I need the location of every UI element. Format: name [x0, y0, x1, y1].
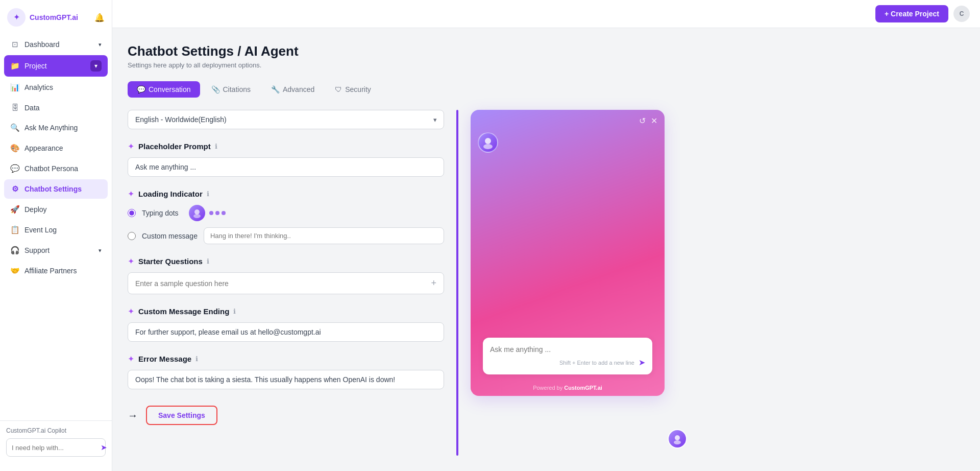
- content-area: Chatbot Settings / AI Agent Settings her…: [112, 28, 980, 471]
- bot-avatar-preview: [189, 205, 205, 221]
- sidebar-item-ask-me-anything[interactable]: 🔍 Ask Me Anything: [4, 118, 108, 137]
- svg-point-5: [483, 144, 493, 149]
- info-icon[interactable]: ℹ: [195, 355, 198, 363]
- error-message-input[interactable]: [128, 370, 444, 389]
- info-icon[interactable]: ℹ: [207, 257, 209, 265]
- section-header: ✦ Error Message ℹ: [128, 354, 444, 364]
- logo-text: CustomGPT.ai: [30, 13, 78, 21]
- typing-dots-preview: [189, 205, 226, 221]
- sidebar-item-label: Affiliate Partners: [24, 267, 77, 275]
- sidebar-item-data[interactable]: 🗄 Data: [4, 98, 108, 117]
- sidebar-item-appearance[interactable]: 🎨 Appearance: [4, 138, 108, 158]
- svg-text:✦: ✦: [13, 13, 20, 21]
- section-header: ✦ Custom Message Ending ℹ: [128, 307, 444, 316]
- sidebar-item-label: Deploy: [24, 205, 47, 214]
- starter-question-wrap: +: [128, 272, 444, 294]
- sidebar-item-chatbot-persona[interactable]: 💬 Chatbot Persona: [4, 159, 108, 178]
- starter-questions-title: Starter Questions: [138, 257, 203, 266]
- copilot-send-icon[interactable]: ➤: [101, 443, 107, 452]
- logo-icon: ✦: [7, 8, 26, 27]
- info-icon[interactable]: ℹ: [215, 143, 217, 150]
- sidebar-item-analytics[interactable]: 📊 Analytics: [4, 78, 108, 97]
- sidebar-item-support[interactable]: 🎧 Support ▾: [4, 241, 108, 260]
- sidebar-item-deploy[interactable]: 🚀 Deploy: [4, 200, 108, 219]
- chat-preview-footer: Shift + Enter to add a new line ➤: [483, 338, 652, 374]
- sidebar-item-dashboard[interactable]: ⊡ Dashboard ▾: [4, 35, 108, 54]
- tab-citations[interactable]: 📎 Citations: [202, 81, 260, 98]
- custom-message-input[interactable]: [204, 227, 444, 244]
- arrow-icon: →: [128, 410, 138, 421]
- placeholder-prompt-input[interactable]: [128, 157, 444, 177]
- two-column-layout: English - Worldwide(English) ▾ ✦ Placeho…: [128, 110, 965, 456]
- language-select[interactable]: English - Worldwide(English): [128, 110, 444, 129]
- tab-conversation-label: Conversation: [149, 85, 191, 93]
- send-icon[interactable]: ➤: [639, 358, 645, 367]
- reload-icon[interactable]: ↺: [639, 116, 646, 126]
- custom-message-option: Custom message: [128, 227, 444, 244]
- sidebar-item-chatbot-settings[interactable]: ⚙ Chatbot Settings: [4, 179, 108, 199]
- sparkle-icon: ✦: [128, 256, 134, 266]
- loading-indicator-section: ✦ Loading Indicator ℹ Typing dots: [128, 189, 444, 244]
- starter-questions-section: ✦ Starter Questions ℹ +: [128, 256, 444, 294]
- custom-message-radio[interactable]: [128, 232, 136, 240]
- close-icon[interactable]: ✕: [651, 116, 657, 126]
- add-starter-question-icon[interactable]: +: [431, 278, 436, 289]
- sidebar-item-label: Support: [24, 246, 50, 254]
- bell-icon[interactable]: 🔔: [94, 13, 105, 22]
- citations-tab-icon: 📎: [211, 85, 220, 93]
- custom-message-ending-input[interactable]: [128, 322, 444, 342]
- typing-dots-label: Typing dots: [142, 209, 179, 217]
- sidebar-item-event-log[interactable]: 📋 Event Log: [4, 220, 108, 240]
- placeholder-prompt-title: Placeholder Prompt: [138, 142, 211, 151]
- chat-preview-input[interactable]: [490, 345, 645, 354]
- sidebar-item-label: Ask Me Anything: [24, 124, 78, 132]
- sidebar-item-label: Chatbot Persona: [24, 164, 78, 173]
- chat-preview-spacer: [471, 132, 665, 332]
- typing-dots-option: Typing dots: [128, 205, 444, 221]
- ask-icon: 🔍: [10, 123, 19, 132]
- chat-preview-actions: Shift + Enter to add a new line ➤: [490, 358, 645, 367]
- support-icon: 🎧: [10, 246, 19, 255]
- main-content: + Create Project C Chatbot Settings / AI…: [112, 0, 980, 471]
- create-project-button[interactable]: + Create Project: [875, 5, 948, 22]
- svg-point-6: [675, 435, 680, 440]
- conversation-tab-icon: 💬: [137, 85, 145, 93]
- bottom-user-avatar[interactable]: [668, 429, 687, 449]
- project-expand-button[interactable]: ▾: [90, 60, 102, 72]
- settings-panel: English - Worldwide(English) ▾ ✦ Placeho…: [128, 110, 444, 456]
- sidebar-nav: ⊡ Dashboard ▾ 📁 Project ▾ 📊 Analytics 🗄 …: [0, 35, 112, 420]
- settings-icon: ⚙: [10, 184, 19, 194]
- powered-by-brand: CustomGPT.ai: [564, 385, 602, 391]
- save-settings-button[interactable]: Save Settings: [146, 406, 217, 425]
- starter-question-input[interactable]: [135, 279, 431, 288]
- svg-point-2: [194, 209, 200, 215]
- sidebar-item-label: Event Log: [24, 226, 57, 234]
- sidebar-item-affiliate-partners[interactable]: 🤝 Affiliate Partners: [4, 261, 108, 280]
- tab-advanced-label: Advanced: [283, 85, 314, 93]
- sidebar-item-label: Chatbot Settings: [24, 185, 82, 193]
- section-header: ✦ Placeholder Prompt ℹ: [128, 142, 444, 151]
- sidebar-item-project[interactable]: 📁 Project ▾: [4, 55, 108, 77]
- section-header: ✦ Starter Questions ℹ: [128, 256, 444, 266]
- tab-advanced[interactable]: 🔧 Advanced: [262, 81, 324, 98]
- appearance-icon: 🎨: [10, 144, 19, 153]
- loading-indicator-title: Loading Indicator: [138, 190, 203, 198]
- topbar: + Create Project C: [112, 0, 980, 28]
- tab-security[interactable]: 🛡 Security: [326, 81, 380, 98]
- sidebar-item-label: Analytics: [24, 83, 53, 91]
- info-icon[interactable]: ℹ: [207, 190, 209, 198]
- tab-conversation[interactable]: 💬 Conversation: [128, 81, 200, 98]
- copilot-input[interactable]: [12, 444, 97, 452]
- typing-dots-radio[interactable]: [128, 209, 136, 217]
- copilot-label: CustomGPT.ai Copilot: [6, 427, 106, 434]
- sidebar-item-label: Dashboard: [24, 40, 60, 49]
- copilot-input-wrapper: ➤: [6, 438, 106, 457]
- persona-icon: 💬: [10, 164, 19, 173]
- advanced-tab-icon: 🔧: [271, 85, 280, 93]
- sidebar-item-label: Data: [24, 104, 40, 112]
- tab-bar: 💬 Conversation 📎 Citations 🔧 Advanced 🛡 …: [128, 81, 965, 98]
- info-icon[interactable]: ℹ: [233, 308, 236, 315]
- logo-area: ✦ CustomGPT.ai 🔔: [0, 0, 112, 35]
- language-selector-wrap: English - Worldwide(English) ▾: [128, 110, 444, 129]
- topbar-avatar[interactable]: C: [953, 6, 970, 22]
